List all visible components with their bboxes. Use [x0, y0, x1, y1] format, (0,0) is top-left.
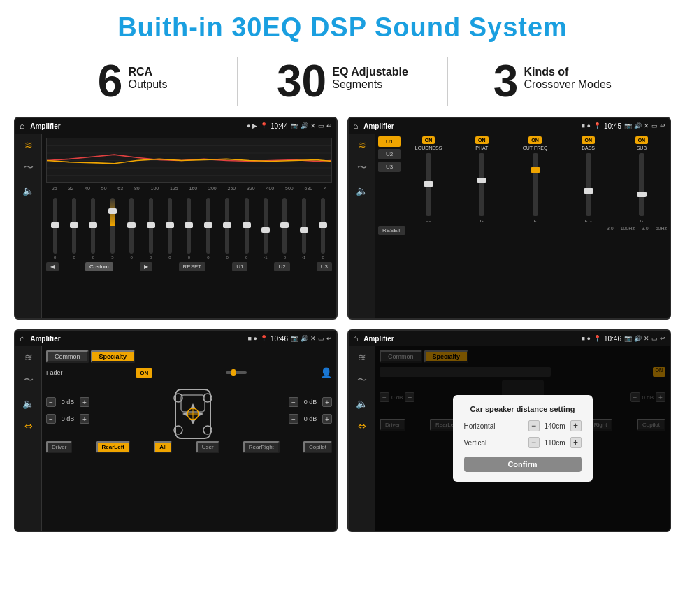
fr-plus[interactable]: +	[322, 397, 332, 407]
loudness-toggle[interactable]: ON	[422, 136, 435, 144]
horizontal-plus[interactable]: +	[570, 420, 582, 431]
sidebar-1: ≋ 〜 🔈	[15, 134, 42, 318]
channel-layout: − 0 dB + − 0 dB +	[46, 382, 332, 438]
fl-plus[interactable]: +	[80, 397, 89, 407]
screen-eq-bands: ⌂ Amplifier ■ ● 📍 10:45 📷 🔊 ✕ ▭ ↩ ≋ 〜 🔈	[347, 117, 671, 320]
eq-icon-1[interactable]: ≋	[24, 139, 33, 150]
slider-col-3: 0	[91, 198, 95, 259]
fl-ctrl: − 0 dB +	[46, 397, 89, 407]
u1-btn-1[interactable]: U1	[232, 262, 247, 271]
speaker-icon-2[interactable]: 🔈	[356, 185, 368, 196]
volume-icon-3: 🔊	[301, 335, 308, 342]
wave-icon-2[interactable]: 〜	[357, 162, 367, 174]
arrows-icon-4[interactable]: ⇔	[358, 420, 366, 431]
specialty-tab[interactable]: Specialty	[91, 350, 136, 363]
app-name-4: Amplifier	[363, 335, 578, 343]
svg-marker-18	[191, 420, 195, 424]
app-name-1: Amplifier	[30, 122, 244, 130]
rl-plus[interactable]: +	[80, 414, 89, 424]
screens-grid: ⌂ Amplifier ● ▶ 📍 10:44 📷 🔊 ✕ ▭ ↩ ≋ 〜 🔈	[0, 113, 685, 539]
vertical-minus[interactable]: −	[528, 437, 540, 448]
u3-preset[interactable]: U3	[378, 162, 401, 172]
time-2: 10:45	[604, 122, 621, 130]
home-icon-4[interactable]: ⌂	[353, 334, 358, 343]
status-bar-1: ⌂ Amplifier ● ▶ 📍 10:44 📷 🔊 ✕ ▭ ↩	[15, 118, 336, 134]
stat-rca: 6 RCA Outputs	[42, 59, 223, 103]
sub-toggle[interactable]: ON	[635, 136, 649, 144]
camera-icon-2: 📷	[624, 122, 632, 129]
cutfreq-label: CUT FREQ	[523, 145, 548, 150]
next-preset-btn[interactable]: ▶	[140, 262, 152, 271]
u1-preset[interactable]: U1	[378, 136, 401, 147]
driver-btn[interactable]: Driver	[46, 441, 72, 453]
speaker-icon-3[interactable]: 🔈	[22, 398, 34, 409]
phat-toggle[interactable]: ON	[475, 136, 489, 144]
slider-col-13: 0	[282, 198, 287, 259]
cutfreq-toggle[interactable]: ON	[528, 136, 542, 144]
stat-rca-number: 6	[98, 59, 123, 103]
prev-preset-btn[interactable]: ◀	[46, 262, 59, 271]
eq-icon-4[interactable]: ≋	[358, 352, 366, 363]
common-tab[interactable]: Common	[46, 350, 89, 363]
speaker-icon-1[interactable]: 🔈	[22, 185, 34, 196]
band-columns: ON LOUDNESS ~~ ON PHAT	[403, 136, 667, 223]
copilot-btn[interactable]: Copilot	[303, 441, 332, 453]
ch-front-right: − 0 dB +	[289, 397, 332, 407]
arrows-icon-3[interactable]: ⇔	[24, 420, 33, 431]
status-bar-4: ⌂ Amplifier ■ ● 📍 10:46 📷 🔊 ✕ ▭ ↩	[349, 331, 670, 346]
slider-col-8: 0	[187, 198, 191, 259]
horizontal-minus[interactable]: −	[528, 420, 540, 431]
rr-plus[interactable]: +	[322, 414, 332, 424]
home-icon-3[interactable]: ⌂	[20, 334, 24, 343]
vertical-row: Vertical − 110cm +	[464, 437, 582, 448]
rearleft-btn[interactable]: RearLeft	[96, 441, 130, 453]
eq-icon-2[interactable]: ≋	[358, 139, 366, 150]
tabs-row: Common Specialty	[46, 350, 332, 363]
rr-ctrl: − 0 dB +	[289, 414, 332, 424]
rect-icon-3: ▭	[318, 335, 324, 342]
x-icon-4: ✕	[644, 335, 649, 342]
left-channels: − 0 dB + − 0 dB +	[46, 395, 89, 426]
back-icon-4[interactable]: ↩	[660, 335, 665, 342]
fader-content: Common Specialty Fader ON 👤	[42, 346, 336, 531]
confirm-button[interactable]: Confirm	[464, 457, 582, 472]
reset-btn-1[interactable]: RESET	[179, 262, 206, 271]
fader-toggle[interactable]: ON	[136, 368, 152, 378]
rr-minus[interactable]: −	[289, 414, 298, 424]
custom-btn[interactable]: Custom	[85, 262, 113, 271]
dot-icons-1: ● ▶	[247, 122, 257, 129]
u2-btn-1[interactable]: U2	[274, 262, 289, 271]
vertical-plus[interactable]: +	[570, 437, 582, 448]
wave-icon-1[interactable]: 〜	[24, 162, 34, 174]
fr-ctrl: − 0 dB +	[289, 397, 332, 407]
u3-btn-1[interactable]: U3	[317, 262, 332, 271]
divider-2	[447, 57, 448, 106]
freq-reset-row: RESET 3.0 100Hz 3.0 60Hz	[378, 226, 667, 235]
status-bar-2: ⌂ Amplifier ■ ● 📍 10:45 📷 🔊 ✕ ▭ ↩	[349, 118, 670, 134]
camera-icon-1: 📷	[291, 122, 298, 129]
band-sub: ON SUB G	[616, 136, 667, 223]
stat-rca-label-main: RCA	[128, 66, 167, 78]
back-icon-3[interactable]: ↩	[326, 335, 332, 342]
back-icon-2[interactable]: ↩	[660, 122, 665, 129]
eq-icon-3[interactable]: ≋	[24, 352, 33, 363]
wave-icon-4[interactable]: 〜	[357, 374, 367, 387]
back-icon-1[interactable]: ↩	[326, 122, 332, 129]
fl-minus[interactable]: −	[46, 397, 56, 407]
divider-1	[237, 57, 238, 106]
rl-minus[interactable]: −	[46, 414, 56, 424]
eq-content-1: 25 32 40 50 63 80 100 125 160 200 250 32…	[42, 134, 336, 318]
rearright-btn[interactable]: RearRight	[243, 441, 280, 453]
home-icon-2[interactable]: ⌂	[353, 121, 358, 131]
bass-toggle[interactable]: ON	[582, 136, 595, 144]
eq-sliders: 0 0 0 5 0	[46, 193, 332, 259]
u2-preset[interactable]: U2	[378, 149, 401, 159]
home-icon-1[interactable]: ⌂	[20, 121, 24, 131]
speaker-icon-4[interactable]: 🔈	[356, 398, 368, 409]
ch-rear-left: − 0 dB +	[46, 414, 89, 424]
reset-btn-2[interactable]: RESET	[378, 226, 405, 235]
wave-icon-3[interactable]: 〜	[24, 374, 34, 387]
fr-minus[interactable]: −	[289, 397, 298, 407]
dialog-overlay: Car speaker distance setting Horizontal …	[375, 346, 670, 531]
stat-crossover-number: 3	[493, 59, 519, 103]
